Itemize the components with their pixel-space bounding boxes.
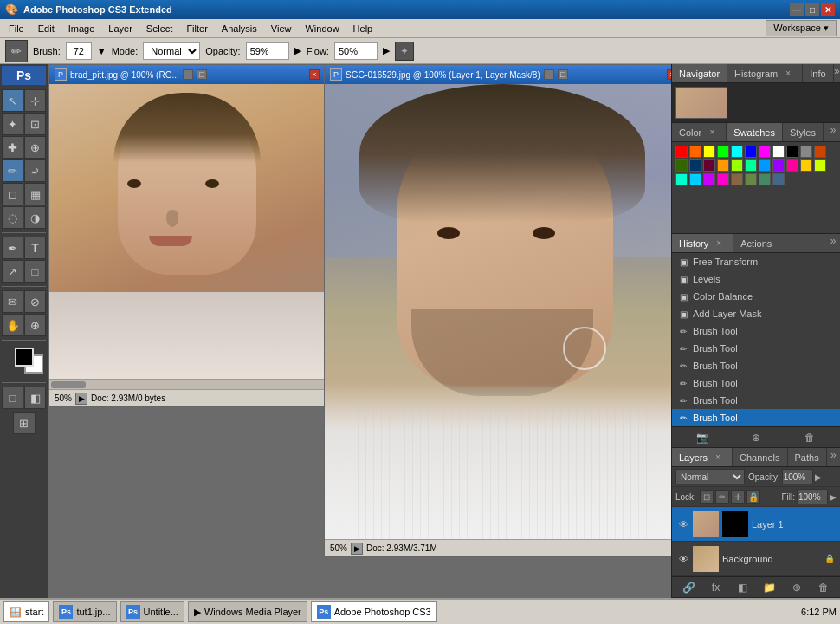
brush-tool[interactable]: ✏	[2, 159, 23, 182]
tab-layers-close[interactable]: ×	[711, 451, 725, 465]
layer-delete-btn[interactable]: 🗑	[816, 580, 831, 595]
doc2-zoom-btn[interactable]: ▶	[351, 543, 363, 555]
doc2-max[interactable]: □	[558, 69, 568, 80]
tab-layers[interactable]: Layers ×	[672, 448, 733, 466]
tab-actions[interactable]: Actions	[733, 234, 779, 252]
lock-position-btn[interactable]: ✛	[731, 490, 745, 504]
brush-tool-icon[interactable]: ✏	[5, 40, 28, 62]
swatch-8[interactable]	[786, 146, 798, 158]
tab-color-close[interactable]: ×	[705, 126, 719, 140]
menu-layer[interactable]: Layer	[103, 22, 138, 36]
history-expand-btn[interactable]: »	[826, 234, 840, 248]
lock-all-btn[interactable]: 🔒	[746, 490, 760, 504]
swatch-27[interactable]	[745, 173, 757, 185]
tab-navigator[interactable]: Navigator	[672, 64, 727, 82]
tab-swatches[interactable]: Swatches	[727, 123, 783, 141]
path-selection-tool[interactable]: ↗	[2, 260, 23, 283]
doc1-scroll-h[interactable]	[49, 379, 325, 389]
history-item-4[interactable]: ✏ Brush Tool	[672, 322, 840, 340]
swatch-3[interactable]	[717, 146, 729, 158]
tab-history[interactable]: History ×	[672, 234, 733, 252]
blend-mode-select[interactable]: Normal	[675, 469, 745, 484]
fill-input[interactable]	[797, 489, 828, 504]
lock-image-btn[interactable]: ✏	[715, 490, 729, 504]
opacity-arrow[interactable]: ▶	[294, 45, 301, 56]
tab-styles[interactable]: Styles	[783, 123, 824, 141]
layer-new-btn[interactable]: ⊕	[789, 580, 804, 595]
tab-histogram[interactable]: Histogram ×	[727, 64, 803, 82]
mask-mode[interactable]: ◧	[24, 387, 46, 409]
swatch-0[interactable]	[675, 146, 688, 158]
swatch-4[interactable]	[731, 146, 743, 158]
swatch-17[interactable]	[759, 159, 771, 172]
history-item-5[interactable]: ✏ Brush Tool	[672, 340, 840, 357]
swatch-9[interactable]	[800, 146, 812, 158]
doc2-close[interactable]: ×	[667, 69, 671, 80]
swatch-5[interactable]	[745, 146, 757, 158]
swatch-18[interactable]	[772, 159, 785, 172]
menu-file[interactable]: File	[3, 22, 29, 36]
menu-view[interactable]: View	[266, 22, 297, 36]
swatch-29[interactable]	[772, 173, 785, 185]
taskbar-item-3[interactable]: ▶ Windows Media Player	[188, 601, 307, 622]
close-button[interactable]: ✕	[821, 3, 835, 16]
tab-channels[interactable]: Channels	[733, 448, 787, 466]
swatch-23[interactable]	[689, 173, 701, 185]
doc1-close[interactable]: ×	[309, 69, 320, 80]
healing-brush-tool[interactable]: ✚	[2, 136, 23, 159]
history-snapshot-btn[interactable]: 📷	[695, 430, 710, 445]
pen-tool[interactable]: ✒	[2, 237, 23, 259]
opacity-value[interactable]	[782, 469, 813, 484]
layer-group-btn[interactable]: 📁	[762, 580, 778, 595]
canvas-area[interactable]: P brad_pitt.jpg @ 100% (RG... — □ ×	[48, 64, 671, 598]
taskbar-item-1[interactable]: Ps tut1.jp...	[53, 601, 116, 622]
layer-1-visibility[interactable]: 👁	[677, 518, 689, 530]
swatch-22[interactable]	[675, 173, 688, 185]
swatch-21[interactable]	[814, 159, 826, 172]
zoom-tool[interactable]: ⊕	[24, 314, 46, 336]
swatch-12[interactable]	[689, 159, 701, 172]
taskbar-start[interactable]: 🪟 start	[3, 601, 49, 622]
flow-input[interactable]	[334, 42, 378, 60]
doc2-min[interactable]: —	[544, 69, 554, 80]
history-item-7[interactable]: ✏ Brush Tool	[672, 374, 840, 392]
history-brush-tool[interactable]: ⤾	[24, 159, 46, 182]
taskbar-item-2[interactable]: Ps Untitle...	[120, 601, 184, 622]
blur-tool[interactable]: ◌	[2, 206, 23, 229]
swatch-28[interactable]	[759, 173, 771, 185]
menu-analysis[interactable]: Analysis	[216, 22, 262, 36]
history-new-doc-btn[interactable]: ⊕	[748, 430, 764, 445]
tab-histogram-close[interactable]: ×	[781, 67, 795, 81]
workspace-button[interactable]: Workspace ▾	[766, 20, 837, 36]
move-tool[interactable]: ↖	[2, 89, 23, 112]
history-item-8[interactable]: ✏ Brush Tool	[672, 392, 840, 409]
doc1-min[interactable]: —	[183, 69, 193, 80]
history-delete-btn[interactable]: 🗑	[802, 430, 817, 445]
menu-filter[interactable]: Filter	[181, 22, 212, 36]
swatch-16[interactable]	[745, 159, 757, 172]
magic-wand-tool[interactable]: ✦	[2, 113, 23, 135]
clone-stamp-tool[interactable]: ⊕	[24, 136, 46, 159]
tab-history-close[interactable]: ×	[712, 237, 726, 250]
swatch-13[interactable]	[703, 159, 715, 172]
swatch-2[interactable]	[703, 146, 715, 158]
menu-image[interactable]: Image	[63, 22, 100, 36]
doc1-zoom-btn[interactable]: ▶	[75, 393, 87, 405]
swatch-26[interactable]	[731, 173, 743, 185]
tab-info[interactable]: Info	[803, 64, 833, 82]
swatch-24[interactable]	[703, 173, 715, 185]
layer-fx-btn[interactable]: fx	[708, 580, 724, 595]
swatch-7[interactable]	[772, 146, 785, 158]
standard-mode[interactable]: □	[2, 387, 23, 409]
lock-transparent-btn[interactable]: ⊡	[700, 490, 714, 504]
notes-tool[interactable]: ✉	[2, 290, 23, 313]
tab-paths[interactable]: Paths	[788, 448, 827, 466]
layer-item-1[interactable]: 👁 Layer 1	[672, 507, 840, 542]
swatch-25[interactable]	[717, 173, 729, 185]
eraser-tool[interactable]: ◻	[2, 183, 23, 205]
swatch-20[interactable]	[800, 159, 812, 172]
text-tool[interactable]: T	[24, 237, 46, 259]
layer-link-btn[interactable]: 🔗	[682, 580, 697, 595]
menu-help[interactable]: Help	[348, 22, 378, 36]
history-item-6[interactable]: ✏ Brush Tool	[672, 357, 840, 374]
